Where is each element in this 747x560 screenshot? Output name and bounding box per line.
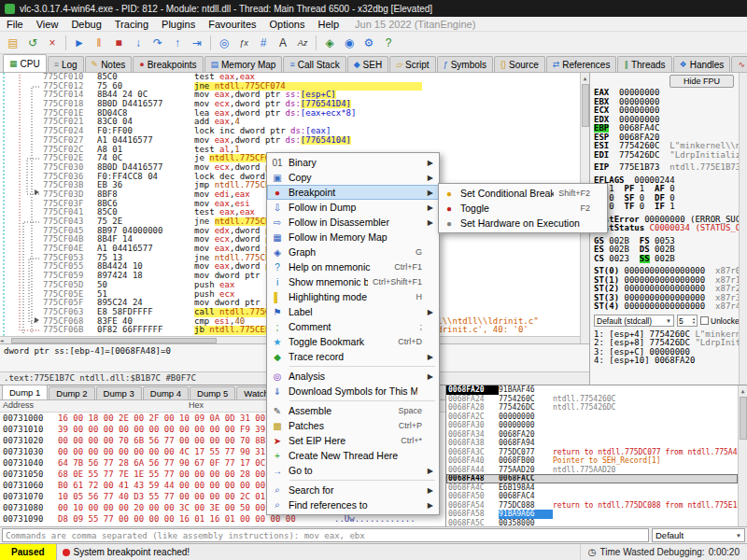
- arg-count-spinner[interactable]: 5 ▲▼: [677, 315, 698, 327]
- register-row[interactable]: EDX 00000000: [594, 116, 745, 125]
- disasm-row[interactable]: 775CF01085C0test eax,eax: [0, 73, 580, 82]
- menubar-item-debug[interactable]: Debug: [64, 18, 107, 31]
- register-row[interactable]: GS 002B FS 0053: [594, 237, 745, 246]
- register-row[interactable]: CF 0 TF 0 IF 1: [594, 203, 745, 212]
- stack-row[interactable]: 0068FA500068FAC4: [446, 492, 738, 501]
- tab-source[interactable]: {}Source: [494, 56, 545, 72]
- disasm-row[interactable]: 775CF024F0:FF00lock inc dword ptr ds:[ea…: [0, 127, 580, 136]
- command-input[interactable]: [2, 528, 649, 542]
- open-file-icon[interactable]: ▤: [4, 34, 22, 52]
- disasm-row[interactable]: 775CF01E8D04C8lea eax,dword ptr ds:[eax+…: [0, 109, 580, 119]
- stop-icon[interactable]: ■: [109, 34, 128, 52]
- tab-memory-map[interactable]: ▤Memory Map: [204, 56, 283, 72]
- calculator-icon[interactable]: #: [254, 34, 273, 52]
- menu-item-search-for[interactable]: ⌕Search for▶: [267, 483, 439, 497]
- menu-item-follow-in-dump[interactable]: ⇩Follow in Dump▶: [267, 200, 439, 215]
- menu-item-download-symbols-for-this-module[interactable]: ⇓Download Symbols for This Module: [267, 384, 439, 399]
- dump-tab-dump-5[interactable]: Dump 5: [190, 386, 235, 399]
- dump-tab-dump-2[interactable]: Dump 2: [49, 386, 94, 399]
- stack-row[interactable]: 0068FA380068FA94: [446, 439, 738, 448]
- scroll-thumb[interactable]: [582, 84, 589, 127]
- menu-item-find-references-to[interactable]: ⌕Find references to▶: [267, 497, 439, 512]
- register-row[interactable]: ZF 1 PF 1 AF 0: [594, 185, 745, 194]
- register-row[interactable]: LastStatus C0000034 (STATUS_OBJECT_: [594, 224, 745, 233]
- unlocked-checkbox[interactable]: Unlocked: [700, 316, 743, 326]
- tab-breakpoints[interactable]: ●Breakpoints: [133, 56, 203, 72]
- register-row[interactable]: OF 0 SF 0 DF 0: [594, 194, 745, 203]
- step-over-icon[interactable]: ↷: [148, 34, 167, 52]
- register-row[interactable]: ST(3) 0000000000000000 x87r3 Emp: [594, 294, 745, 303]
- tab-seh[interactable]: ◆SEH: [347, 56, 388, 72]
- menubar-item-help[interactable]: Help: [311, 18, 345, 31]
- stack-row[interactable]: 0068FA247754260Cntdll.7754260C: [446, 395, 738, 404]
- restart-icon[interactable]: ↺: [23, 34, 42, 52]
- scroll-up-icon[interactable]: ▲: [584, 73, 587, 82]
- tab-threads[interactable]: ∥Threads: [617, 56, 671, 72]
- tab-symbols[interactable]: ƒSymbols: [437, 56, 493, 72]
- stack-row[interactable]: 0068FA400068FB00Pointer to SEH_Record[1]: [446, 456, 738, 466]
- dump-tab-dump-4[interactable]: Dump 4: [143, 386, 189, 399]
- menu-item-show-mnemonic-brief[interactable]: iShow mnemonic briefCtrl+Shift+F1: [267, 274, 439, 289]
- strings-icon[interactable]: Az: [293, 34, 312, 52]
- menu-item-set-conditional-breakpoint[interactable]: ●Set Conditional BreakpointShift+F2: [439, 186, 607, 201]
- tab-references[interactable]: ⇄References: [546, 56, 617, 72]
- stack-row[interactable]: 0068FA480068FACC: [446, 474, 738, 483]
- stack-row[interactable]: 0068FA4CE6B198A4: [446, 483, 738, 493]
- menu-item-copy[interactable]: ▣Copy▶: [267, 170, 439, 185]
- scroll-thumb[interactable]: [740, 397, 747, 440]
- register-row[interactable]: ESI 7754260C L"minkernel\\ntdl: [594, 142, 745, 151]
- menu-item-breakpoint[interactable]: ●Breakpoint▶: [267, 185, 439, 200]
- register-row[interactable]: EBX 00000000: [594, 98, 745, 107]
- stack-row[interactable]: 0068FA5C00358000: [446, 519, 738, 527]
- register-row[interactable]: EAX 00000000: [594, 89, 745, 98]
- stack-row[interactable]: 0068FA3C775DC077return to ntdll.775DC077…: [446, 448, 738, 457]
- menubar-item-plugins[interactable]: Plugins: [155, 18, 202, 31]
- spinner-arrows-icon[interactable]: ▲▼: [692, 317, 696, 325]
- menu-item-graph[interactable]: ◈GraphG: [267, 245, 439, 259]
- disasm-row[interactable]: 775CF02183C0 04add eax,4: [0, 118, 580, 127]
- tab-trace[interactable]: ∿Trace: [731, 56, 747, 72]
- menu-item-analysis[interactable]: ◎Analysis▶: [267, 369, 439, 384]
- tab-handles[interactable]: ❖Handles: [673, 56, 731, 72]
- assemble-icon[interactable]: A: [274, 34, 292, 52]
- menu-item-label[interactable]: ⚑Label▶: [267, 304, 439, 319]
- argument-row[interactable]: 2: [esp+8] 775426DC "LdrpInitializ...": [594, 339, 745, 348]
- argument-row[interactable]: 1: [esp+4] 7754260C L"minkernel\\ntd...": [594, 330, 745, 340]
- scroll-up-icon[interactable]: ▲: [741, 385, 745, 395]
- tab-cpu[interactable]: ▦CPU: [3, 54, 47, 72]
- menu-item-assemble[interactable]: ✎AssembleSpace: [267, 403, 439, 418]
- stack-row[interactable]: 0068FA2091BAAF46: [446, 385, 738, 395]
- dump-tab-dump-3[interactable]: Dump 3: [96, 386, 142, 399]
- tab-script[interactable]: ▱Script: [389, 56, 435, 72]
- stack-row[interactable]: 0068FA3000000000: [446, 421, 738, 430]
- menu-item-toggle-bookmark[interactable]: ★Toggle BookmarkCtrl+D: [267, 334, 439, 349]
- menu-item-binary[interactable]: 01Binary▶: [267, 155, 439, 170]
- menu-item-follow-in-memory-map[interactable]: ▦Follow in Memory Map: [267, 230, 439, 245]
- compass-icon[interactable]: ◉: [340, 34, 359, 52]
- disasm-row[interactable]: 775CF0188B0D D4416577mov ecx,dword ptr d…: [0, 100, 580, 109]
- disasm-row[interactable]: 775CF01275 60jne ntdll.775CF074: [0, 82, 580, 91]
- menu-item-highlighting-mode[interactable]: ▌Highlighting modeH: [267, 289, 439, 304]
- menu-item-set-hardware-on-execution[interactable]: ●Set Hardware on Execution: [439, 216, 607, 231]
- dump-tab-dump-1[interactable]: Dump 1: [2, 385, 48, 399]
- menu-item-create-new-thread-here[interactable]: +Create New Thread Here: [267, 448, 439, 463]
- register-row[interactable]: ST(0) 0000000000000000 x87r0 Emp: [594, 267, 745, 276]
- tab-notes[interactable]: ✎Notes: [85, 56, 133, 72]
- tab-call-stack[interactable]: ≡Call Stack: [283, 56, 345, 72]
- function-icon[interactable]: ƒx: [234, 34, 253, 52]
- stack-row[interactable]: 0068FA2C00000000: [446, 413, 738, 422]
- stack-row[interactable]: 0068FA44775AAD20ntdll.775AAD20: [446, 466, 738, 475]
- close-icon[interactable]: ×: [43, 34, 62, 52]
- menubar-item-options[interactable]: Options: [263, 18, 312, 31]
- menu-item-help-on-mnemonic[interactable]: ?Help on mnemonicCtrl+F1: [267, 259, 439, 274]
- register-row[interactable]: ECX 00000000: [594, 106, 745, 116]
- register-row[interactable]: ESP 0068FA20: [594, 133, 745, 143]
- menu-item-patches[interactable]: ▩PatchesCtrl+P: [267, 418, 439, 433]
- register-row[interactable]: ES 002B DS 002B: [594, 245, 745, 255]
- settings-gear-icon[interactable]: ⚙: [359, 34, 378, 52]
- menubar-item-tracing[interactable]: Tracing: [108, 18, 155, 31]
- register-row[interactable]: ST(2) 0000000000000000 x87r2 Emp: [594, 285, 745, 294]
- pause-icon[interactable]: ‖: [90, 34, 108, 52]
- scroll-thumb[interactable]: [11, 338, 217, 343]
- register-row[interactable]: CS 0023 SS 002B: [594, 255, 745, 264]
